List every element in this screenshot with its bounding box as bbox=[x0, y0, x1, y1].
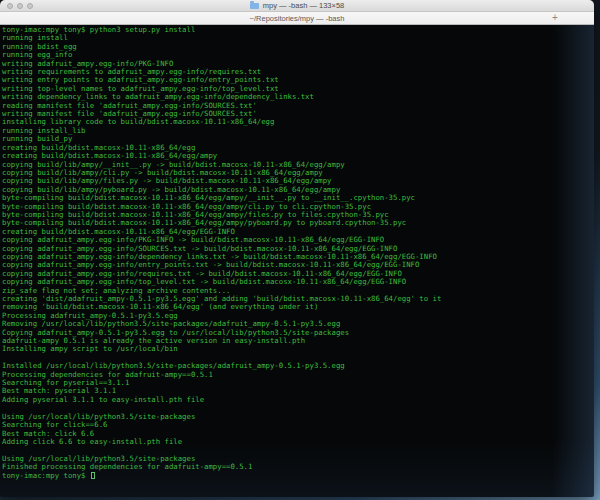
window-title: mpy — -bash — 133×58 bbox=[263, 1, 345, 10]
terminal-line: Adding click 6.6 to easy-install.pth fil… bbox=[2, 438, 594, 446]
prompt-line: tony-imac:mpy tony$ bbox=[2, 472, 594, 480]
terminal-line: Adding pyserial 3.1.1 to easy-install.pt… bbox=[2, 396, 594, 404]
terminal-line: tony-imac:mpy tony$ python3 setup.py ins… bbox=[2, 26, 594, 34]
terminal-output: tony-imac:mpy tony$ python3 setup.py ins… bbox=[2, 26, 594, 472]
terminal-cursor bbox=[91, 472, 95, 479]
terminal-window: mpy — -bash — 133×58 ~/Repositories/mpy … bbox=[0, 0, 594, 497]
tab-repositories-mpy[interactable]: ~/Repositories/mpy — -bash bbox=[0, 12, 594, 24]
title-area: mpy — -bash — 133×58 bbox=[0, 0, 594, 11]
folder-proxy-icon bbox=[250, 3, 259, 9]
title-bar[interactable]: mpy — -bash — 133×58 bbox=[0, 0, 594, 12]
terminal-line: installing library code to build/bdist.m… bbox=[2, 118, 594, 126]
terminal-line: running bdist_egg bbox=[2, 43, 594, 51]
new-tab-button[interactable]: + bbox=[548, 12, 562, 24]
tab-label: ~/Repositories/mpy — -bash bbox=[250, 14, 345, 23]
prompt-text: tony-imac:mpy tony$ bbox=[2, 472, 90, 480]
terminal-line: Installing ampy script to /usr/local/bin bbox=[2, 345, 594, 353]
tab-bar: ~/Repositories/mpy — -bash + bbox=[0, 12, 594, 25]
terminal-line: running install bbox=[2, 34, 594, 42]
terminal-screen[interactable]: tony-imac:mpy tony$ python3 setup.py ins… bbox=[0, 25, 594, 497]
terminal-line: running install_lib bbox=[2, 127, 594, 135]
terminal-line: Finished processing dependencies for ada… bbox=[2, 463, 594, 471]
